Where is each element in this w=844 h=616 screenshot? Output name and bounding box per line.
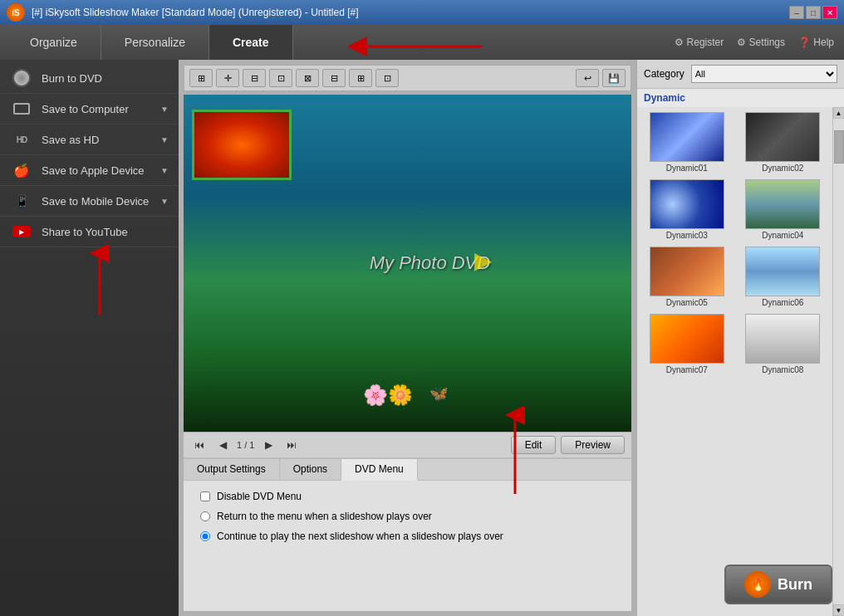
tab-dvd-menu[interactable]: DVD Menu xyxy=(341,459,418,481)
video-background: My Photo DVD 🌸🌼 🦋 ▶ xyxy=(184,95,631,432)
themes-scroll[interactable]: Dynamic01 Dynamic02 Dynamic03 Dynamic04 … xyxy=(637,107,832,616)
theme-item-Dynamic01[interactable]: Dynamic01 xyxy=(640,110,734,174)
sidebar-label-save-mobile: Save to Mobile Device xyxy=(42,195,152,208)
theme-item-Dynamic05[interactable]: Dynamic05 xyxy=(640,245,734,309)
label-disable-dvd: Disable DVD Menu xyxy=(217,491,302,502)
apple-icon: 🍎 xyxy=(10,162,33,178)
toolbar-btn-2[interactable]: ✛ xyxy=(216,69,239,87)
app-logo: iS xyxy=(7,3,25,22)
preview-thumbnail xyxy=(192,110,292,180)
help-link[interactable]: ❓ Help xyxy=(798,37,834,48)
toolbar-right: ↩ 💾 xyxy=(576,69,626,87)
arrow-icon-hd: ▼ xyxy=(160,135,169,144)
theme-thumb-Dynamic04 xyxy=(745,179,820,229)
arrow-icon-mobile: ▼ xyxy=(160,197,169,206)
radio-return-menu[interactable] xyxy=(200,511,210,521)
toolbar-btn-8[interactable]: ⊡ xyxy=(375,69,399,87)
sidebar-label-save-apple: Save to Apple Device xyxy=(42,164,152,177)
youtube-icon xyxy=(10,223,33,240)
dvd-icon xyxy=(10,70,33,86)
settings-link[interactable]: ⚙ Settings xyxy=(737,37,785,48)
sidebar: Burn to DVD Save to Computer ▼ HD Save a… xyxy=(0,60,179,616)
decoration-butterfly: 🦋 xyxy=(429,384,448,403)
toolbar-btn-1[interactable]: ⊞ xyxy=(189,69,213,87)
video-preview: My Photo DVD 🌸🌼 🦋 ▶ xyxy=(184,95,631,432)
theme-item-Dynamic08[interactable]: Dynamic08 xyxy=(737,312,830,376)
theme-thumb-Dynamic02 xyxy=(745,112,820,162)
theme-thumb-Dynamic08 xyxy=(745,314,820,364)
toolbar-btn-3[interactable]: ⊟ xyxy=(243,69,266,87)
theme-item-Dynamic04[interactable]: Dynamic04 xyxy=(737,178,830,242)
preview-button[interactable]: Preview xyxy=(561,436,625,454)
register-link[interactable]: ⚙ Register xyxy=(675,37,724,48)
theme-label-Dynamic02: Dynamic02 xyxy=(762,164,803,173)
next-button[interactable]: ⏭ xyxy=(282,438,301,452)
close-button[interactable]: ✕ xyxy=(822,6,837,19)
label-continue-play: Continue to play the next slideshow when… xyxy=(217,530,503,542)
scroll-up-arrow[interactable]: ▲ xyxy=(833,107,845,119)
scrollbar-thumb[interactable] xyxy=(834,130,844,164)
tab-create[interactable]: Create xyxy=(209,25,293,60)
tab-organize[interactable]: Organize xyxy=(7,25,101,60)
play-button[interactable]: ▶ xyxy=(259,438,277,452)
burn-button[interactable]: 🔥 Burn xyxy=(724,565,832,604)
theme-item-Dynamic07[interactable]: Dynamic07 xyxy=(640,312,734,376)
sidebar-item-save-mobile[interactable]: 📱 Save to Mobile Device ▼ xyxy=(0,186,179,217)
minimize-button[interactable]: – xyxy=(789,6,804,19)
bottom-section: Output Settings Options DVD Menu Disable… xyxy=(184,457,631,611)
sidebar-label-share-youtube: Share to YouTube xyxy=(42,226,169,238)
preview-panel: ⊞ ✛ ⊟ ⊡ ⊠ ⊟ ⊞ ⊡ ↩ 💾 xyxy=(179,60,844,616)
playback-counter: 1 / 1 xyxy=(237,440,254,450)
thumbnail-image xyxy=(194,112,289,178)
scroll-down-arrow[interactable]: ▼ xyxy=(833,604,845,616)
theme-label-Dynamic04: Dynamic04 xyxy=(762,231,803,240)
option-continue-play: Continue to play the next slideshow when… xyxy=(200,530,615,542)
theme-thumb-Dynamic01 xyxy=(650,112,724,162)
sidebar-item-save-hd[interactable]: HD Save as HD ▼ xyxy=(0,125,179,155)
save-button[interactable]: 💾 xyxy=(602,69,626,87)
option-return-to-menu: Return to the menu when a slideshow play… xyxy=(200,511,615,522)
toolbar-btn-5[interactable]: ⊠ xyxy=(296,69,319,87)
titlebar: iS [#] iSkysoft Slideshow Maker [Standar… xyxy=(0,0,844,25)
toolbar: ⊞ ✛ ⊟ ⊡ ⊠ ⊟ ⊞ ⊡ ↩ 💾 xyxy=(184,65,631,91)
tab-output-settings[interactable]: Output Settings xyxy=(184,459,280,480)
theme-item-Dynamic06[interactable]: Dynamic06 xyxy=(737,245,830,309)
tab-personalize[interactable]: Personalize xyxy=(101,25,209,60)
sidebar-item-share-youtube[interactable]: Share to YouTube xyxy=(0,217,179,247)
tab-options[interactable]: Options xyxy=(280,459,341,480)
theme-thumb-Dynamic07 xyxy=(650,314,724,364)
toolbar-btn-6[interactable]: ⊟ xyxy=(322,69,346,87)
themes-panel: Category All Dynamic Dynamic01 Dynamic02 xyxy=(636,60,844,616)
sidebar-item-save-computer[interactable]: Save to Computer ▼ xyxy=(0,94,179,125)
sidebar-item-save-apple[interactable]: 🍎 Save to Apple Device ▼ xyxy=(0,155,179,186)
category-label: Category xyxy=(644,68,685,80)
edit-button[interactable]: Edit xyxy=(511,436,557,454)
sidebar-label-burn-dvd: Burn to DVD xyxy=(42,72,169,85)
theme-label-Dynamic06: Dynamic06 xyxy=(762,298,803,307)
prev-button[interactable]: ◀ xyxy=(213,438,232,452)
option-disable-dvd-menu: Disable DVD Menu xyxy=(200,491,615,502)
burn-label: Burn xyxy=(778,576,812,594)
theme-label-Dynamic05: Dynamic05 xyxy=(666,298,708,307)
theme-item-Dynamic03[interactable]: Dynamic03 xyxy=(640,178,734,242)
window-controls: – □ ✕ xyxy=(789,6,837,19)
toolbar-btn-7[interactable]: ⊞ xyxy=(349,69,372,87)
themes-grid: Dynamic01 Dynamic02 Dynamic03 Dynamic04 … xyxy=(637,107,832,379)
themes-section-label: Dynamic xyxy=(637,89,844,107)
radio-continue-play[interactable] xyxy=(200,531,210,541)
category-select[interactable]: All xyxy=(691,65,837,83)
theme-label-Dynamic03: Dynamic03 xyxy=(666,231,708,240)
themes-header: Category All xyxy=(637,60,844,89)
undo-button[interactable]: ↩ xyxy=(576,69,599,87)
maximize-button[interactable]: □ xyxy=(806,6,821,19)
label-return-menu: Return to the menu when a slideshow play… xyxy=(217,511,432,522)
themes-scrollbar[interactable]: ▲ ▼ xyxy=(832,107,844,616)
sidebar-item-burn-dvd[interactable]: Burn to DVD xyxy=(0,63,179,94)
playback-controls: ⏮ ◀ 1 / 1 ▶ ⏭ Edit Preview xyxy=(184,432,631,457)
theme-item-Dynamic02[interactable]: Dynamic02 xyxy=(737,110,830,174)
decoration-flowers: 🌸🌼 xyxy=(363,384,413,407)
skip-back-button[interactable]: ⏮ xyxy=(190,438,209,452)
hd-icon: HD xyxy=(10,131,33,148)
toolbar-btn-4[interactable]: ⊡ xyxy=(269,69,292,87)
checkbox-disable-dvd[interactable] xyxy=(200,491,210,501)
